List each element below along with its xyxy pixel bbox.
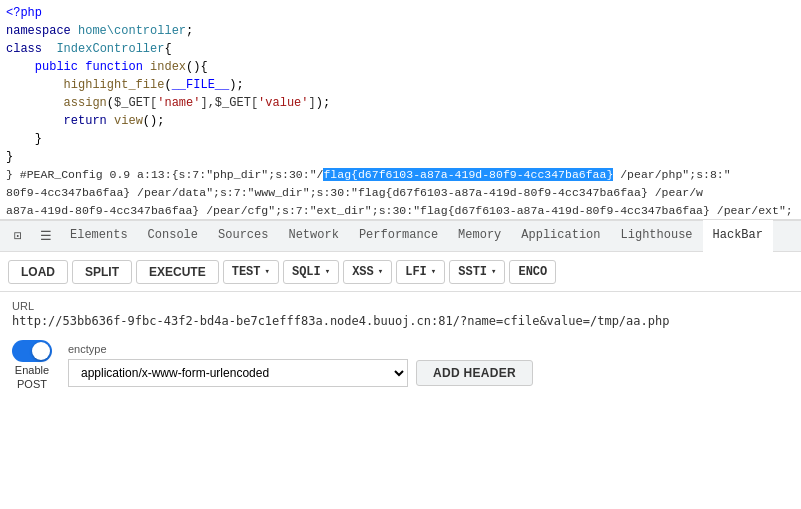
bottom-section: Enable POST enctype application/x-www-fo… bbox=[0, 332, 801, 398]
url-value: http://53bb636f-9fbc-43f2-bd4a-be7c1efff… bbox=[12, 314, 789, 328]
code-line-5: highlight_file(__FILE__); bbox=[6, 76, 795, 94]
tab-sources[interactable]: Sources bbox=[208, 220, 278, 252]
code-line-8: } bbox=[6, 130, 795, 148]
code-line-1: <?php bbox=[6, 4, 795, 22]
code-line-9: } bbox=[6, 148, 795, 166]
tab-lighthouse[interactable]: Lighthouse bbox=[611, 220, 703, 252]
enable-post-toggle[interactable] bbox=[12, 340, 52, 362]
add-header-button[interactable]: ADD HEADER bbox=[416, 360, 533, 386]
lfi-arrow-icon: ▾ bbox=[431, 266, 436, 277]
devtools-tabs: ⊡ ☰ Elements Console Sources Network Per… bbox=[0, 220, 801, 252]
enctype-label: enctype bbox=[68, 343, 533, 355]
tab-performance[interactable]: Performance bbox=[349, 220, 448, 252]
tab-memory[interactable]: Memory bbox=[448, 220, 511, 252]
post-label: POST bbox=[17, 378, 47, 390]
tab-hackbar[interactable]: HackBar bbox=[703, 220, 773, 252]
split-button[interactable]: SPLIT bbox=[72, 260, 132, 284]
tab-console[interactable]: Console bbox=[138, 220, 208, 252]
code-output: } #PEAR_Config 0.9 a:13:{s:7:"php_dir";s… bbox=[6, 166, 795, 220]
xss-arrow-icon: ▾ bbox=[378, 266, 383, 277]
ssti-dropdown[interactable]: SSTI ▾ bbox=[449, 260, 505, 284]
execute-button[interactable]: EXECUTE bbox=[136, 260, 219, 284]
code-line-2: namespace home\controller; bbox=[6, 22, 795, 40]
tab-application[interactable]: Application bbox=[511, 220, 610, 252]
sqli-dropdown[interactable]: SQLI ▾ bbox=[283, 260, 339, 284]
sqli-arrow-icon: ▾ bbox=[325, 266, 330, 277]
tab-elements[interactable]: Elements bbox=[60, 220, 138, 252]
enco-dropdown[interactable]: ENCO bbox=[509, 260, 556, 284]
load-button[interactable]: LOAD bbox=[8, 260, 68, 284]
tab-network[interactable]: Network bbox=[278, 220, 348, 252]
code-line-3: class IndexController{ bbox=[6, 40, 795, 58]
url-label: URL bbox=[12, 300, 789, 312]
device-icon[interactable]: ☰ bbox=[32, 222, 60, 250]
enable-label: Enable bbox=[15, 364, 49, 376]
enctype-row: application/x-www-form-urlencoded multip… bbox=[68, 359, 533, 387]
inspect-icon[interactable]: ⊡ bbox=[4, 222, 32, 250]
hackbar-toolbar: LOAD SPLIT EXECUTE TEST ▾ SQLI ▾ XSS ▾ L… bbox=[0, 252, 801, 292]
post-toggle-container: Enable POST bbox=[12, 340, 52, 390]
code-line-7: return view(); bbox=[6, 112, 795, 130]
test-arrow-icon: ▾ bbox=[265, 266, 270, 277]
url-section: URL http://53bb636f-9fbc-43f2-bd4a-be7c1… bbox=[0, 292, 801, 332]
enctype-select[interactable]: application/x-www-form-urlencoded multip… bbox=[68, 359, 408, 387]
test-dropdown[interactable]: TEST ▾ bbox=[223, 260, 279, 284]
code-line-6: assign($_GET['name'],$_GET['value']); bbox=[6, 94, 795, 112]
code-line-4: public function index(){ bbox=[6, 58, 795, 76]
xss-dropdown[interactable]: XSS ▾ bbox=[343, 260, 392, 284]
enctype-container: enctype application/x-www-form-urlencode… bbox=[68, 343, 533, 387]
lfi-dropdown[interactable]: LFI ▾ bbox=[396, 260, 445, 284]
toggle-knob bbox=[32, 342, 50, 360]
code-area: <?php namespace home\controller; class I… bbox=[0, 0, 801, 220]
ssti-arrow-icon: ▾ bbox=[491, 266, 496, 277]
